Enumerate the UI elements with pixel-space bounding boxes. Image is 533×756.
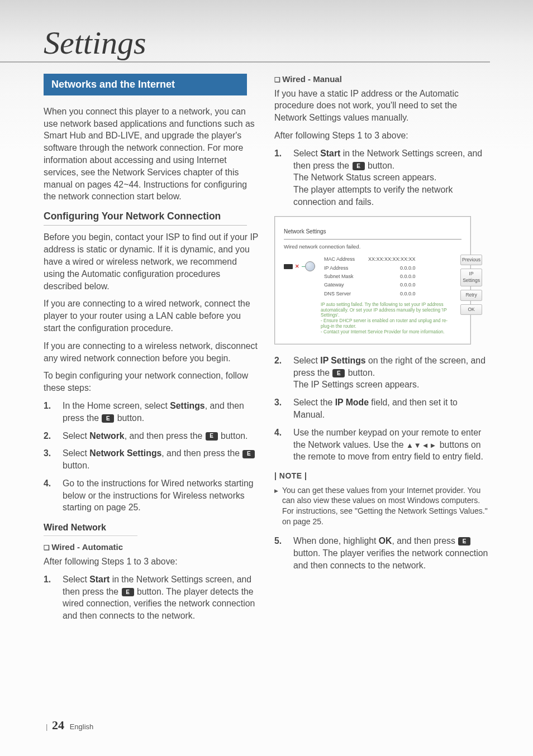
step-text: Select <box>63 448 89 458</box>
config-heading: Configuring Your Network Connection <box>44 209 247 226</box>
paragraph: If you have a static IP address or the A… <box>274 88 489 124</box>
step-item: Select Start in the Network Settings scr… <box>44 573 259 622</box>
step-text: Select <box>293 356 320 365</box>
ok-button[interactable]: OK <box>460 304 482 315</box>
step-text: When done, highlight <box>293 536 379 546</box>
cell-val: 0.0.0.0 <box>358 281 418 289</box>
step-text: button. The player verifies the network … <box>293 548 488 570</box>
step-bold: Start <box>320 149 340 158</box>
screenshot-status: Wired network connection failed. <box>284 243 461 250</box>
step-text: button. <box>218 431 248 441</box>
cell-key: DNS Server <box>322 290 357 297</box>
note-body: You can get these values from your Inter… <box>274 485 489 528</box>
footer-language: English <box>70 722 94 731</box>
step-text: button. <box>345 368 375 377</box>
step-bold: Network Settings <box>89 448 161 458</box>
step-bold: IP Mode <box>335 398 369 407</box>
cell-val: 0.0.0.0 <box>358 273 418 280</box>
paragraph: Before you begin, contact your ISP to fi… <box>44 231 259 292</box>
step-text: The Network Status screen appears. <box>293 173 436 182</box>
step-item: Go to the instructions for Wired network… <box>44 477 259 514</box>
section-heading: Networks and the Internet <box>44 74 247 95</box>
cell-key: IP Address <box>322 264 357 271</box>
network-settings-screenshot: Network Settings Wired network connectio… <box>274 216 471 344</box>
step-item: Select IP Settings on the right of the s… <box>274 355 489 391</box>
enter-icon: E <box>122 588 134 596</box>
retry-button[interactable]: Retry <box>460 290 482 301</box>
wired-auto-steps: Select Start in the Network Settings scr… <box>44 573 259 622</box>
enter-icon: E <box>458 537 470 546</box>
ip-settings-button[interactable]: IP Settings <box>460 269 482 286</box>
arrow-icons: ▲▼◄► <box>406 441 437 449</box>
paragraph: After following Steps 1 to 3 above: <box>274 130 489 142</box>
wired-manual-steps-a: Select Start in the Network Settings scr… <box>274 147 489 208</box>
paragraph: To begin configuring your network connec… <box>44 370 259 394</box>
step-text: The IP Settings screen appears. <box>293 380 419 389</box>
wired-network-heading: Wired Network <box>44 521 137 536</box>
wired-automatic-heading: Wired - Automatic <box>44 542 259 553</box>
footer-separator: | <box>46 722 47 731</box>
enter-icon: E <box>206 432 218 441</box>
step-text: Select <box>293 149 320 158</box>
paragraph: After following Steps 1 to 3 above: <box>44 556 259 568</box>
step-text: , and then press the <box>125 431 205 441</box>
globe-icon <box>305 261 315 271</box>
page-number: 24 <box>52 718 64 732</box>
table-row: DNS Server0.0.0.0 <box>322 290 418 297</box>
step-bold: Network <box>89 431 124 441</box>
step-text: , and then press <box>392 536 458 546</box>
step-text: Select <box>63 575 89 584</box>
step-bold: Settings <box>170 401 204 410</box>
note-label: | NOTE | <box>274 471 489 481</box>
intro-paragraph: When you connect this player to a networ… <box>44 106 259 203</box>
wired-manual-heading: Wired - Manual <box>274 74 489 85</box>
wired-manual-steps-b: Select IP Settings on the right of the s… <box>274 355 489 463</box>
table-row: Subnet Mask0.0.0.0 <box>322 273 418 280</box>
step-item: Use the number keypad on your remote to … <box>274 427 489 463</box>
step-bold: IP Settings <box>320 356 365 365</box>
previous-button[interactable]: Previous <box>460 255 482 266</box>
step-item: When done, highlight OK, and then press … <box>274 535 489 571</box>
table-row: Gateway0.0.0.0 <box>322 281 418 289</box>
step-item: Select Start in the Network Settings scr… <box>274 147 489 208</box>
step-text: Select <box>63 431 89 441</box>
cell-key: Gateway <box>322 281 357 289</box>
screenshot-body: ✕ — MAC AddressXX:XX:XX:XX:XX:XX IP Addr… <box>284 255 461 335</box>
cell-val: 0.0.0.0 <box>358 264 418 271</box>
step-item: In the Home screen, select Settings, and… <box>44 400 259 424</box>
config-steps-list: In the Home screen, select Settings, and… <box>44 400 259 514</box>
screenshot-detail: IP auto setting failed. Try the followin… <box>321 302 455 335</box>
content-columns: Networks and the Internet When you conne… <box>0 74 533 630</box>
step-item: Select Network Settings, and then press … <box>44 447 259 472</box>
paragraph: If you are connecting to a wired network… <box>44 298 259 334</box>
step-text: button. <box>115 413 144 423</box>
page-title: Settings <box>0 0 490 63</box>
step-text: , and then press the <box>161 448 242 458</box>
enter-icon: E <box>353 162 365 170</box>
step-bold: OK <box>379 536 392 546</box>
paragraph: If you are connecting to a wireless netw… <box>44 340 259 365</box>
step-text: In the Home screen, select <box>63 401 170 410</box>
page-footer: | 24 English <box>44 718 93 733</box>
cell-key: MAC Address <box>322 256 357 263</box>
cell-key: Subnet Mask <box>322 273 357 280</box>
screenshot-buttons: Previous IP Settings Retry OK <box>460 255 482 335</box>
screenshot-title: Network Settings <box>284 228 461 236</box>
step-item: Select the IP Mode field, and then set i… <box>274 396 489 421</box>
step-text: button. <box>63 461 89 470</box>
cell-val: 0.0.0.0 <box>358 290 418 297</box>
screenshot-diagram: ✕ — <box>284 255 315 335</box>
enter-icon: E <box>242 450 255 458</box>
left-column: Networks and the Internet When you conne… <box>44 74 259 630</box>
step-item: Select Network, and then press the E but… <box>44 430 259 442</box>
step-text: The player attempts to verify the networ… <box>293 185 453 207</box>
step-text: Go to the instructions for Wired network… <box>63 477 259 514</box>
cell-val: XX:XX:XX:XX:XX:XX <box>358 256 418 263</box>
right-column: Wired - Manual If you have a static IP a… <box>274 74 489 630</box>
step-text: Select the <box>293 398 335 407</box>
divider <box>284 239 461 240</box>
screenshot-values: MAC AddressXX:XX:XX:XX:XX:XX IP Address0… <box>321 255 455 335</box>
table-row: MAC AddressXX:XX:XX:XX:XX:XX <box>322 256 418 263</box>
table-row: IP Address0.0.0.0 <box>322 264 418 271</box>
x-icon: ✕ <box>295 263 299 270</box>
